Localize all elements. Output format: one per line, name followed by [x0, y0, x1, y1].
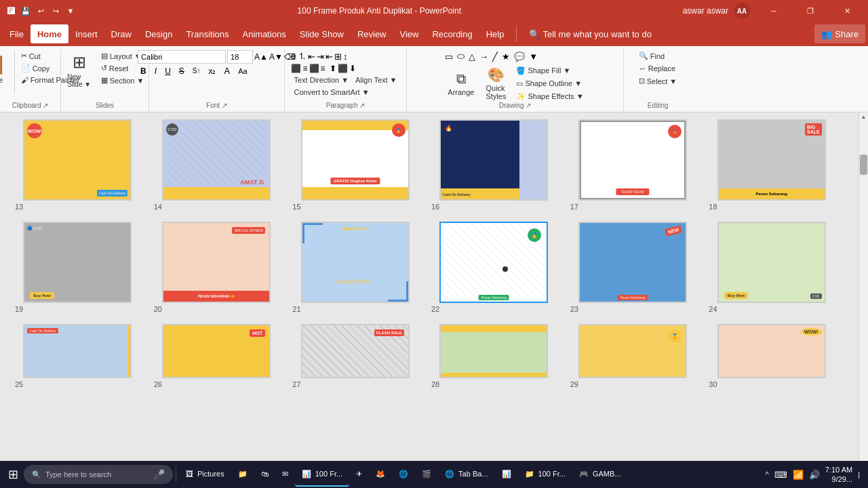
select-button[interactable]: ⊡ Select ▼	[636, 75, 680, 87]
taskbar-app-tabba[interactable]: 🌐 Tab Ba...	[438, 462, 494, 487]
scroll-thumb[interactable]	[860, 155, 867, 175]
menu-design[interactable]: Design	[138, 24, 179, 43]
clock[interactable]: 7:10 AM 9/29...	[825, 465, 852, 485]
taskbar-app-video[interactable]: 🎬	[415, 462, 438, 487]
menu-transitions[interactable]: Transitions	[179, 24, 235, 43]
slide-item-13[interactable]: WOW! Cash On Delivery 13	[14, 119, 142, 211]
taskbar-app-firefox[interactable]: 🦊	[369, 462, 392, 487]
slide-item-20[interactable]: SPECIAL OFFERS PESAN SEKARANG 🔶 20	[153, 222, 281, 313]
slide-item-19[interactable]: 🔵 COD Buy Now 19	[14, 222, 142, 313]
shape-effects-button[interactable]: ✨ Shape Effects ▼	[513, 91, 586, 102]
slide-thumb-15[interactable]: 🏅 GRATIS Ongkos Kirim	[301, 119, 410, 201]
slide-thumb-25[interactable]: Cash On Delivery	[23, 324, 132, 378]
slide-item-25[interactable]: Cash On Delivery 25	[14, 324, 142, 388]
slide-item-18[interactable]: BIGSALE Pesan Sekarang 18	[707, 119, 835, 211]
taskbar-app-mail[interactable]: ✉	[275, 462, 295, 487]
volume-icon[interactable]: 🔊	[809, 470, 820, 480]
increase-indent-button[interactable]: ⇥	[317, 52, 324, 62]
window-minimize-button[interactable]: ─	[758, 0, 789, 22]
increase-font-button[interactable]: A▲	[254, 52, 268, 62]
slide-thumb-20[interactable]: SPECIAL OFFERS PESAN SEKARANG 🔶	[162, 222, 271, 303]
slide-item-14[interactable]: COD AMAT G 14	[153, 119, 281, 211]
slide-thumb-27[interactable]: FLASH SALE	[301, 324, 410, 378]
scroll-up-button[interactable]: ▲	[860, 113, 868, 121]
italic-button[interactable]: I	[152, 66, 159, 77]
taskbar-app-telegram[interactable]: ✈	[349, 462, 369, 487]
shadow-button[interactable]: S↑	[190, 66, 203, 75]
underline-button[interactable]: U	[162, 66, 174, 77]
highlight-button[interactable]: Aa	[235, 66, 250, 76]
text-direction-button[interactable]: Text Direction ▼	[291, 75, 351, 85]
subscript-button[interactable]: x₂	[205, 66, 218, 77]
systray-expand-button[interactable]: ^	[766, 470, 769, 479]
slide-item-23[interactable]: NEW Pesan Sekarang 23	[569, 222, 697, 313]
shape-arrow-icon[interactable]: →	[478, 51, 490, 62]
slide-item-27[interactable]: FLASH SALE 27	[291, 324, 419, 388]
shape-star-icon[interactable]: ★	[500, 51, 511, 62]
slide-item-17[interactable]: 🏅 SHOP NOW 17	[569, 119, 697, 211]
shape-line-icon[interactable]: ╱	[491, 51, 499, 62]
numbering-button[interactable]: ⒈	[298, 50, 307, 62]
align-left-button[interactable]: ⬛	[291, 64, 301, 73]
arrange-button[interactable]: ⧉ Arrange	[443, 68, 478, 99]
taskbar-app-100fr[interactable]: 📊 100 Fr...	[295, 462, 349, 487]
redo-icon[interactable]: ↪	[50, 5, 61, 16]
slide-thumb-13[interactable]: WOW! Cash On Delivery	[23, 119, 132, 201]
slide-item-16[interactable]: 🔥 Cash On Delivery 16	[430, 119, 558, 211]
slide-item-24[interactable]: COD Buy Now 24	[707, 222, 835, 313]
slide-thumb-28[interactable]	[439, 324, 548, 378]
rtl-button[interactable]: ⇤	[326, 52, 333, 62]
save-icon[interactable]: 💾	[20, 5, 31, 16]
menu-file[interactable]: File	[3, 24, 31, 43]
window-restore-button[interactable]: ❐	[795, 0, 826, 22]
shape-fill-button[interactable]: 🪣 Shape Fill ▼	[513, 65, 586, 77]
taskbar-app-store[interactable]: 🛍	[254, 462, 275, 487]
slide-item-26[interactable]: HOT 26	[153, 324, 281, 388]
taskbar-app-gamb[interactable]: 🎮 GAMB...	[572, 462, 628, 487]
replace-button[interactable]: ↔ Replace	[636, 63, 678, 74]
decrease-font-button[interactable]: A▼	[269, 52, 283, 62]
bullets-button[interactable]: ≡	[291, 52, 296, 62]
slide-thumb-21[interactable]: AMAZING! buang disini...	[301, 222, 410, 303]
menu-slideshow[interactable]: Slide Show	[293, 24, 351, 43]
slide-item-29[interactable]: 🏅 29	[569, 324, 697, 388]
align-middle-button[interactable]: ⬛	[338, 64, 348, 73]
slide-thumb-19[interactable]: 🔵 COD Buy Now	[23, 222, 132, 303]
menu-search[interactable]: 🔍 Tell me what you want to do	[522, 24, 658, 43]
mic-icon[interactable]: 🎤	[153, 469, 165, 480]
slide-item-21[interactable]: AMAZING! buang disini... 21	[291, 222, 419, 313]
slide-item-30[interactable]: WOW! 30	[707, 324, 835, 388]
decrease-indent-button[interactable]: ⇤	[308, 52, 315, 62]
shape-rect-icon[interactable]: ▭	[443, 51, 454, 62]
align-text-button[interactable]: Align Text ▼	[353, 75, 399, 85]
font-color-button[interactable]: A	[221, 65, 233, 77]
menu-help[interactable]: Help	[479, 24, 511, 43]
slide-thumb-29[interactable]: 🏅	[578, 324, 687, 378]
taskbar-app-pp2[interactable]: 📊	[495, 462, 518, 487]
menu-draw[interactable]: Draw	[104, 24, 138, 43]
font-family-input[interactable]	[138, 50, 226, 64]
start-button[interactable]: ⊞	[3, 462, 24, 487]
menu-animations[interactable]: Animations	[236, 24, 293, 43]
more-shapes-button[interactable]: ▼	[528, 51, 539, 62]
slide-thumb-26[interactable]: HOT	[162, 324, 271, 378]
slide-thumb-23[interactable]: NEW Pesan Sekarang	[578, 222, 687, 303]
taskbar-app-pictures[interactable]: 🖼 Pictures	[179, 462, 231, 487]
align-right-button[interactable]: ⬛	[309, 64, 319, 73]
find-button[interactable]: 🔍 Find	[636, 50, 667, 62]
menu-review[interactable]: Review	[351, 24, 393, 43]
font-size-input[interactable]	[227, 50, 253, 64]
slide-thumb-14[interactable]: COD AMAT G	[162, 119, 271, 201]
taskbar-app-100fr2[interactable]: 📁 100 Fr...	[518, 462, 572, 487]
slide-item-28[interactable]: 28	[430, 324, 558, 388]
slide-thumb-24[interactable]: COD Buy Now	[717, 222, 826, 303]
shape-outline-button[interactable]: ▭ Shape Outline ▼	[513, 78, 586, 89]
shape-oval-icon[interactable]: ⬭	[456, 50, 466, 62]
menu-view[interactable]: View	[393, 24, 426, 43]
network-icon[interactable]: 📶	[793, 470, 804, 480]
menu-insert[interactable]: Insert	[68, 24, 104, 43]
window-close-button[interactable]: ✕	[831, 0, 863, 22]
slide-thumb-18[interactable]: BIGSALE Pesan Sekarang	[717, 119, 826, 201]
strikethrough-button[interactable]: S	[176, 66, 187, 77]
justify-button[interactable]: ≡	[321, 64, 326, 73]
